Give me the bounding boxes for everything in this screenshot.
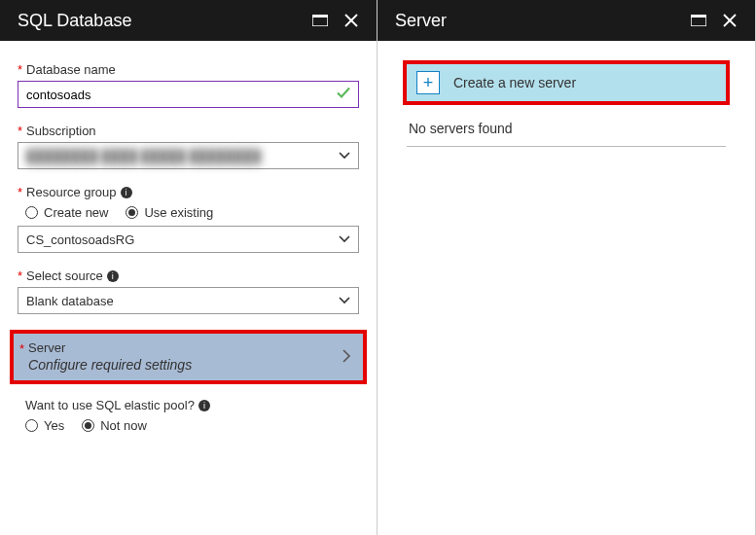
required-star: * bbox=[19, 341, 24, 356]
server-blade: Server + Create a new server No servers … bbox=[378, 0, 756, 535]
server-configure-row[interactable]: * Server Configure required settings bbox=[10, 330, 367, 384]
info-icon[interactable]: i bbox=[121, 187, 132, 198]
elastic-pool-group: Want to use SQL elastic pool? i Yes Not … bbox=[18, 398, 359, 433]
database-name-group: * Database name bbox=[18, 62, 359, 108]
close-icon[interactable] bbox=[338, 7, 365, 34]
resource-group-group: * Resource group i Create new Use existi… bbox=[18, 185, 359, 253]
blade-body: + Create a new server No servers found bbox=[378, 41, 755, 147]
info-icon[interactable]: i bbox=[198, 400, 210, 411]
chevron-down-icon bbox=[339, 233, 350, 245]
database-name-input[interactable] bbox=[18, 81, 359, 108]
resource-group-label: * Resource group i bbox=[18, 185, 359, 199]
radio-icon bbox=[126, 206, 138, 219]
required-star: * bbox=[18, 124, 22, 138]
radio-icon bbox=[82, 419, 94, 432]
svg-rect-1 bbox=[312, 15, 328, 18]
plus-icon: + bbox=[416, 71, 440, 94]
chevron-right-icon bbox=[342, 348, 351, 367]
required-star: * bbox=[18, 268, 22, 283]
radio-not-now[interactable]: Not now bbox=[82, 418, 147, 433]
required-star: * bbox=[18, 62, 22, 77]
server-row-title: Server bbox=[28, 340, 342, 356]
subscription-select[interactable]: ████████ ████ █████ ████████ bbox=[18, 142, 359, 169]
blade-header: SQL Database bbox=[0, 0, 377, 41]
svg-rect-5 bbox=[691, 15, 706, 18]
create-new-server-label: Create a new server bbox=[453, 75, 576, 90]
resource-group-radios: Create new Use existing bbox=[25, 205, 359, 220]
sql-database-blade: SQL Database * Database name * bbox=[0, 0, 378, 535]
elastic-pool-question: Want to use SQL elastic pool? i bbox=[25, 398, 359, 412]
blade-header: Server bbox=[378, 0, 755, 41]
restore-icon[interactable] bbox=[685, 7, 712, 34]
chevron-down-icon bbox=[339, 295, 350, 306]
info-icon[interactable]: i bbox=[107, 270, 119, 282]
elastic-pool-radios: Yes Not now bbox=[25, 418, 359, 433]
required-star: * bbox=[18, 185, 22, 199]
no-servers-text: No servers found bbox=[407, 121, 726, 147]
restore-icon[interactable] bbox=[306, 7, 334, 34]
chevron-down-icon bbox=[339, 150, 350, 161]
blade-title: Server bbox=[395, 11, 681, 31]
server-row-subtext: Configure required settings bbox=[28, 356, 342, 374]
database-name-label: * Database name bbox=[18, 62, 359, 77]
select-source-label: * Select source i bbox=[18, 268, 359, 283]
blade-body: * Database name * Subscription ████████ … bbox=[0, 41, 377, 439]
create-new-server-row[interactable]: + Create a new server bbox=[403, 60, 730, 105]
radio-icon bbox=[25, 206, 38, 219]
resource-group-select[interactable]: CS_contosoadsRG bbox=[18, 226, 359, 253]
radio-use-existing[interactable]: Use existing bbox=[126, 205, 213, 220]
subscription-label: * Subscription bbox=[18, 124, 359, 138]
checkmark-icon bbox=[336, 86, 351, 104]
blade-title: SQL Database bbox=[18, 11, 303, 31]
select-source-select[interactable]: Blank database bbox=[18, 287, 359, 314]
close-icon[interactable] bbox=[716, 7, 743, 34]
radio-icon bbox=[25, 419, 38, 432]
select-source-group: * Select source i Blank database bbox=[18, 268, 359, 314]
subscription-group: * Subscription ████████ ████ █████ █████… bbox=[18, 124, 359, 169]
radio-yes[interactable]: Yes bbox=[25, 418, 64, 433]
radio-create-new[interactable]: Create new bbox=[25, 205, 108, 220]
